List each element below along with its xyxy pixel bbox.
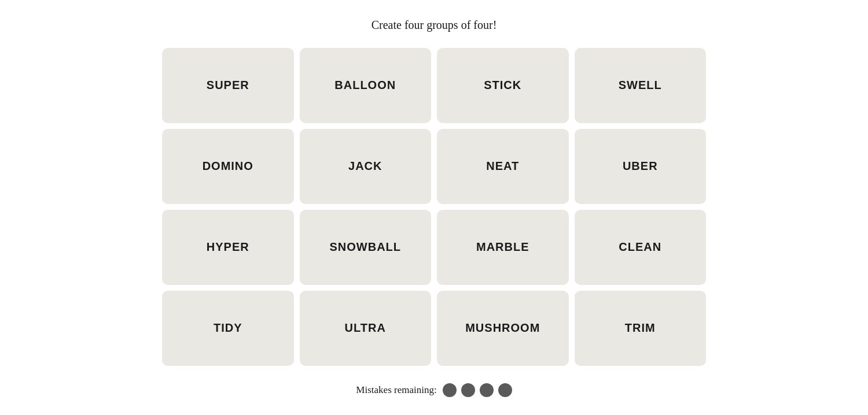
card-label-ultra: ULTRA <box>345 321 386 335</box>
card-label-super: SUPER <box>207 79 249 92</box>
card-label-clean: CLEAN <box>619 240 661 254</box>
card-label-mushroom: MUSHROOM <box>465 321 540 335</box>
card-label-tidy: TIDY <box>214 321 242 335</box>
card-label-stick: STICK <box>484 79 521 92</box>
mistakes-dots <box>443 383 512 397</box>
card-label-domino: DOMINO <box>203 160 253 173</box>
card-label-jack: JACK <box>348 160 382 173</box>
page-wrapper: Create four groups of four! SUPERBALLOON… <box>150 7 718 409</box>
card-trim[interactable]: TRIM <box>575 291 707 366</box>
card-label-neat: NEAT <box>486 160 519 173</box>
card-swell[interactable]: SWELL <box>575 48 707 123</box>
card-label-uber: UBER <box>623 160 658 173</box>
mistake-dot-2 <box>461 383 475 397</box>
card-marble[interactable]: MARBLE <box>437 210 569 285</box>
card-label-swell: SWELL <box>619 79 662 92</box>
word-grid: SUPERBALLOONSTICKSWELLDOMINOJACKNEATUBER… <box>162 48 706 366</box>
card-label-marble: MARBLE <box>476 240 529 254</box>
mistake-dot-3 <box>480 383 494 397</box>
mistake-dot-4 <box>498 383 512 397</box>
card-tidy[interactable]: TIDY <box>162 291 294 366</box>
card-snowball[interactable]: SNOWBALL <box>300 210 432 285</box>
card-jack[interactable]: JACK <box>300 129 432 204</box>
card-balloon[interactable]: BALLOON <box>300 48 432 123</box>
card-domino[interactable]: DOMINO <box>162 129 294 204</box>
card-neat[interactable]: NEAT <box>437 129 569 204</box>
mistakes-label: Mistakes remaining: <box>356 384 436 396</box>
card-hyper[interactable]: HYPER <box>162 210 294 285</box>
card-label-hyper: HYPER <box>207 240 249 254</box>
card-label-trim: TRIM <box>625 321 656 335</box>
instruction-text: Create four groups of four! <box>372 18 497 32</box>
card-uber[interactable]: UBER <box>575 129 707 204</box>
mistakes-row: Mistakes remaining: <box>356 383 512 397</box>
mistake-dot-1 <box>443 383 457 397</box>
card-stick[interactable]: STICK <box>437 48 569 123</box>
card-label-snowball: SNOWBALL <box>329 240 401 254</box>
card-label-balloon: BALLOON <box>334 79 396 92</box>
card-super[interactable]: SUPER <box>162 48 294 123</box>
card-clean[interactable]: CLEAN <box>575 210 707 285</box>
card-ultra[interactable]: ULTRA <box>300 291 432 366</box>
card-mushroom[interactable]: MUSHROOM <box>437 291 569 366</box>
